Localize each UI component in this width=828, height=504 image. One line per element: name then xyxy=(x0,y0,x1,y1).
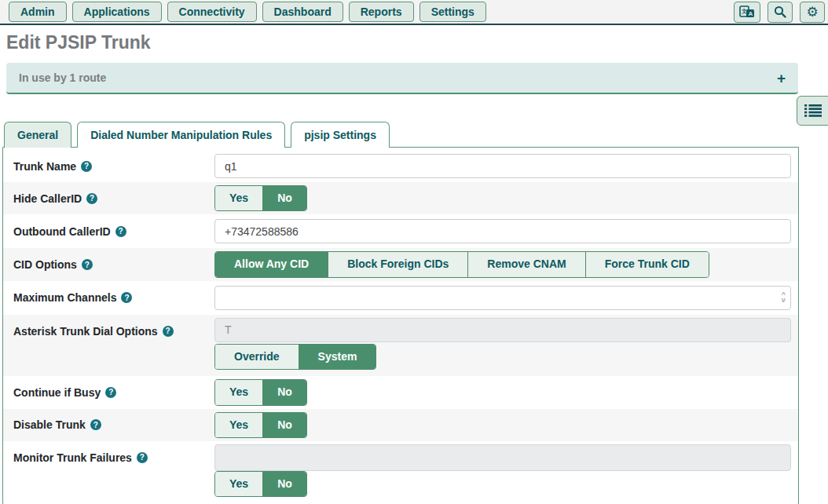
help-icon[interactable]: ? xyxy=(137,452,148,463)
continue-if-busy-toggle: Yes No xyxy=(214,379,307,405)
form-row-continue-if-busy: Continue if Busy ? Yes No xyxy=(3,376,798,408)
help-icon[interactable]: ? xyxy=(82,259,93,270)
language-icon: 文 A xyxy=(739,5,755,18)
maximum-channels-label: Maximum Channels xyxy=(13,291,116,304)
search-button[interactable] xyxy=(768,2,793,23)
sidebar-list-button[interactable] xyxy=(797,96,828,126)
monitor-trunk-failures-yes-button[interactable]: Yes xyxy=(215,472,263,496)
form-row-maximum-channels: Maximum Channels ? ^ v xyxy=(3,281,798,315)
number-stepper[interactable]: ^ v xyxy=(782,292,786,303)
usage-panel-text: In use by 1 route xyxy=(19,71,106,84)
nav-settings[interactable]: Settings xyxy=(419,2,486,22)
continue-if-busy-yes-button[interactable]: Yes xyxy=(215,380,263,404)
form-row-monitor-trunk-failures: Monitor Trunk Failures ? Yes No xyxy=(3,441,798,503)
trunk-name-label: Trunk Name xyxy=(13,160,76,173)
help-icon[interactable]: ? xyxy=(115,226,126,237)
monitor-trunk-failures-toggle: Yes No xyxy=(214,471,307,497)
search-icon xyxy=(774,5,786,18)
language-button[interactable]: 文 A xyxy=(734,2,760,23)
disable-trunk-no-button[interactable]: No xyxy=(263,413,306,437)
monitor-trunk-failures-input xyxy=(214,444,791,471)
nav-admin[interactable]: Admin xyxy=(9,2,67,22)
dial-options-toggle: Override System xyxy=(214,344,376,370)
nav-connectivity[interactable]: Connectivity xyxy=(167,2,257,22)
svg-text:文: 文 xyxy=(741,8,747,14)
list-icon xyxy=(804,104,822,118)
nav-applications[interactable]: Applications xyxy=(72,2,162,22)
dial-options-label: Asterisk Trunk Dial Options xyxy=(13,325,158,338)
cid-remove-cnam-button[interactable]: Remove CNAM xyxy=(468,252,585,276)
monitor-trunk-failures-no-button[interactable]: No xyxy=(263,472,306,496)
hide-callerid-yes-button[interactable]: Yes xyxy=(215,186,263,210)
continue-if-busy-no-button[interactable]: No xyxy=(263,380,306,404)
cid-options-toggle: Allow Any CID Block Foreign CIDs Remove … xyxy=(214,251,709,277)
navbar-tools: 文 A ⚙ xyxy=(727,2,825,23)
help-icon[interactable]: ? xyxy=(105,387,116,398)
help-icon[interactable]: ? xyxy=(81,161,92,172)
main-menu: Admin Applications Connectivity Dashboar… xyxy=(3,2,486,22)
gear-icon: ⚙ xyxy=(806,5,818,19)
form-row-dial-options: Asterisk Trunk Dial Options ? Override S… xyxy=(3,315,798,376)
nav-dashboard[interactable]: Dashboard xyxy=(262,2,343,22)
hide-callerid-toggle: Yes No xyxy=(214,185,307,211)
expand-plus-icon[interactable]: + xyxy=(777,71,786,86)
cid-force-trunk-cid-button[interactable]: Force Trunk CID xyxy=(586,252,709,276)
stepper-down-icon[interactable]: v xyxy=(782,298,786,303)
maximum-channels-input[interactable] xyxy=(214,286,791,310)
help-icon[interactable]: ? xyxy=(86,193,97,204)
hide-callerid-no-button[interactable]: No xyxy=(263,186,306,210)
cid-block-foreign-cids-button[interactable]: Block Foreign CIDs xyxy=(328,252,468,276)
disable-trunk-yes-button[interactable]: Yes xyxy=(215,413,263,437)
dial-options-system-button[interactable]: System xyxy=(299,345,376,369)
help-icon[interactable]: ? xyxy=(121,292,132,303)
monitor-trunk-failures-label: Monitor Trunk Failures xyxy=(13,451,132,464)
tab-bar: General Dialed Number Manipulation Rules… xyxy=(0,122,828,147)
disable-trunk-label: Disable Trunk xyxy=(13,418,86,431)
hide-callerid-label: Hide CallerID xyxy=(13,192,82,205)
outbound-callerid-label: Outbound CallerID xyxy=(13,225,111,238)
outbound-callerid-input[interactable] xyxy=(214,219,791,243)
top-navbar: Admin Applications Connectivity Dashboar… xyxy=(0,0,828,25)
form-row-trunk-name: Trunk Name ? xyxy=(3,150,798,182)
tab-pjsip-settings[interactable]: pjsip Settings xyxy=(291,122,390,148)
dial-options-input xyxy=(214,318,791,342)
dial-options-override-button[interactable]: Override xyxy=(215,345,299,369)
help-icon[interactable]: ? xyxy=(90,419,101,430)
form-row-outbound-callerid: Outbound CallerID ? xyxy=(3,214,798,248)
tab-panel-general: Trunk Name ? Hide CallerID ? Yes No xyxy=(2,147,799,504)
form-row-disable-trunk: Disable Trunk ? Yes No xyxy=(3,409,798,441)
tab-general[interactable]: General xyxy=(4,122,71,148)
nav-reports[interactable]: Reports xyxy=(349,2,414,22)
page-title: Edit PJSIP Trunk xyxy=(6,32,822,53)
cid-options-label: CID Options xyxy=(13,258,77,271)
form-row-cid-options: CID Options ? Allow Any CID Block Foreig… xyxy=(3,248,798,280)
tab-dialed-number-manipulation-rules[interactable]: Dialed Number Manipulation Rules xyxy=(77,122,285,148)
help-icon[interactable]: ? xyxy=(163,326,174,337)
settings-gear-button[interactable]: ⚙ xyxy=(800,2,825,23)
form-row-hide-callerid: Hide CallerID ? Yes No xyxy=(3,182,798,214)
trunk-name-input[interactable] xyxy=(214,154,791,178)
usage-panel[interactable]: In use by 1 route + xyxy=(6,63,798,94)
disable-trunk-toggle: Yes No xyxy=(214,412,307,438)
continue-if-busy-label: Continue if Busy xyxy=(13,386,101,399)
tabs-area: General Dialed Number Manipulation Rules… xyxy=(0,122,828,504)
svg-text:A: A xyxy=(749,10,753,17)
cid-allow-any-cid-button[interactable]: Allow Any CID xyxy=(215,252,328,276)
